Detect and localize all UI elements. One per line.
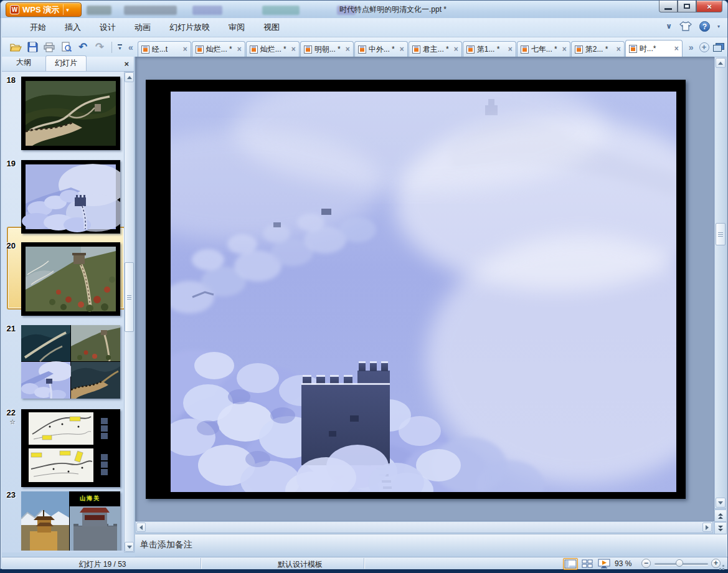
zoom-slider-thumb[interactable] [676,559,683,567]
slide-editing-area[interactable] [135,57,714,521]
scroll-right-button[interactable] [702,523,712,532]
slide-thumbnail-22[interactable] [21,409,120,487]
skin-tshirt-icon[interactable] [679,21,692,32]
document-tab[interactable]: 灿烂... *× [246,41,300,57]
print-preview-icon[interactable] [60,41,72,54]
sidebar-scrollbar-thumb[interactable] [125,262,134,332]
down-arrow-icon [718,501,723,504]
switch-windows-icon[interactable] [713,43,724,52]
restore-icon [684,4,690,9]
toolbar-customize-caret-icon[interactable]: ▼ [118,44,122,50]
open-file-icon[interactable] [9,41,22,54]
minimize-button[interactable] [659,1,678,12]
toolbar: ↶ ↷ ▼ « 经...t× 灿烂... *× 灿烂... *× 明朝... *… [2,37,727,57]
panel-close-icon[interactable]: × [124,59,129,69]
sidebar-scroll-up-button[interactable] [125,72,134,82]
ppt-file-icon [575,45,583,54]
slide-sorter-view-button[interactable] [580,558,595,570]
tab-close-icon[interactable]: × [236,45,245,54]
zoom-in-button[interactable]: + [711,559,721,568]
tab-close-icon[interactable]: × [399,45,407,54]
horizontal-scrollbar[interactable] [135,521,713,533]
help-icon[interactable]: ? [699,21,710,32]
ppt-file-icon [521,45,529,54]
design-template-name: 默认设计模板 [201,558,364,569]
document-tab[interactable]: 君主... *× [409,41,462,57]
scroll-tabs-right-icon[interactable]: » [687,42,696,52]
slideshow-button[interactable] [597,558,612,570]
double-down-arrow-icon [718,526,723,528]
resize-grip[interactable] [722,565,724,567]
slide-thumbnail-18[interactable] [21,77,120,150]
close-button[interactable]: × [696,1,722,12]
tab-close-icon[interactable]: × [561,45,570,54]
scrollbar-thumb[interactable] [716,223,726,245]
undo-icon[interactable]: ↶ [77,41,89,54]
collapse-ribbon-icon[interactable]: ∨ [666,22,672,31]
ppt-file-icon [629,45,637,53]
menu-item-review[interactable]: 审阅 [219,19,254,36]
slide-sorter-icon [582,559,593,569]
document-tab[interactable]: 经...t× [138,41,191,57]
scroll-left-button[interactable] [136,523,146,532]
notes-pane[interactable]: 单击添加备注 [135,534,727,557]
slide-thumbnail-19[interactable] [21,160,120,234]
slide-thumbnail-21[interactable] [21,325,120,399]
zoom-out-button[interactable]: − [641,559,651,568]
ppt-file-icon [304,45,312,54]
vertical-scrollbar[interactable] [714,57,727,509]
scroll-tabs-left-icon[interactable]: « [126,42,135,52]
tab-close-icon[interactable]: × [453,45,461,54]
window-title: 时代特点鲜明的明清文化一.ppt * [262,4,524,15]
document-tab[interactable]: 明朝... *× [300,41,354,57]
menu-item-design[interactable]: 设计 [90,19,125,36]
left-arrow-icon [139,525,143,530]
document-tab[interactable]: 中外... *× [354,41,408,57]
slideshow-icon [598,559,610,569]
document-tab[interactable]: 第1... *× [463,41,516,57]
save-icon[interactable] [26,41,39,54]
wps-app-button[interactable]: W WPS 演示 ▾ [6,2,82,17]
tab-close-icon[interactable]: × [673,44,682,53]
document-tab[interactable]: 灿烂... *× [192,41,245,57]
document-tab-active[interactable]: 时...*× [625,40,683,57]
document-tab[interactable]: 七年... *× [517,41,570,57]
slide-thumbnail-20[interactable] [21,242,120,316]
previous-slide-button[interactable] [714,509,727,522]
redo-icon[interactable]: ↷ [93,41,106,54]
tab-close-icon[interactable]: × [344,45,353,54]
next-slide-button[interactable] [714,522,727,534]
restore-button[interactable] [678,1,696,12]
tab-close-icon[interactable]: × [182,45,191,54]
scroll-down-button[interactable] [716,498,726,508]
menu-item-slideshow[interactable]: 幻灯片放映 [160,19,219,36]
scroll-up-button[interactable] [716,58,726,68]
slide-number: 19 [2,159,16,168]
print-icon[interactable] [43,41,55,54]
menu-bar: 开始 插入 设计 动画 幻灯片放映 审阅 视图 ∨ ? ▾ [2,18,727,37]
tab-close-icon[interactable]: × [615,45,624,54]
panel-tabs: 大纲 幻灯片 × [2,57,134,72]
tab-close-icon[interactable]: × [507,45,516,54]
menu-item-start[interactable]: 开始 [21,19,55,36]
menu-item-animation[interactable]: 动画 [125,19,160,36]
zoom-level: 93 % [615,559,640,568]
normal-view-button[interactable] [563,558,578,570]
ppt-file-icon [196,45,204,54]
app-menu-caret-icon[interactable]: ▾ [66,7,69,13]
ppt-file-icon [412,45,420,54]
slide-canvas[interactable] [146,80,686,499]
wps-logo-icon: W [10,5,19,14]
menu-item-insert[interactable]: 插入 [55,19,90,36]
tab-slides[interactable]: 幻灯片 [45,55,87,71]
tab-outline[interactable]: 大纲 [7,55,40,71]
document-tab[interactable]: 第2... *× [571,41,625,57]
help-caret-icon[interactable]: ▾ [717,24,720,29]
menu-item-view[interactable]: 视图 [254,19,289,36]
new-document-icon[interactable]: + [699,42,709,52]
sidebar-scroll-down-button[interactable] [125,542,134,552]
tab-close-icon[interactable]: × [290,45,299,54]
grip-lines [127,297,131,298]
slide-thumbnail-23[interactable] [21,491,120,551]
great-wall-snow-photo[interactable] [171,92,676,492]
